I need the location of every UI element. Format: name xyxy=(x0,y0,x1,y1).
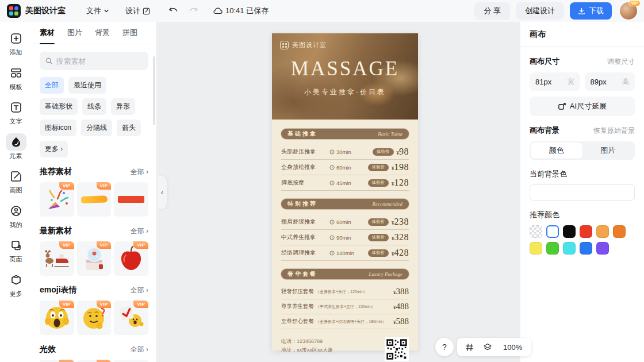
zoom-level[interactable]: 100% xyxy=(497,343,528,352)
swatch-light-orange[interactable] xyxy=(596,225,609,238)
service-name: 脚底按摩 xyxy=(281,179,329,187)
height-field[interactable]: 高 xyxy=(585,72,635,91)
price-row[interactable]: 尊享养生套餐 （中式养生推拿+足疗，150min） ¥488 xyxy=(281,299,409,314)
app-logo-icon[interactable] xyxy=(7,4,21,18)
download-button[interactable]: 下载 xyxy=(570,2,612,20)
share-button[interactable]: 分 享 xyxy=(474,2,510,20)
rail-item-text[interactable]: 文字 xyxy=(3,97,29,127)
see-all-recommended[interactable]: 全部 xyxy=(131,167,148,177)
chip-more[interactable]: 更多 xyxy=(40,141,68,157)
search-box[interactable] xyxy=(40,52,148,70)
rail-item-add[interactable]: 添加 xyxy=(3,28,29,58)
adjust-size-link[interactable]: 调整尺寸 xyxy=(607,57,635,67)
swatch-red[interactable] xyxy=(580,225,592,238)
see-all-light-effects[interactable]: 全部 xyxy=(131,345,148,355)
price-row[interactable]: 至尊舒心套餐 （全身推拿+经络调理+头疗，180min） ¥588 xyxy=(281,314,409,329)
ai-resize-button[interactable]: AI尺寸延展 xyxy=(530,97,635,116)
chip-irregular[interactable]: 异形 xyxy=(111,98,135,115)
seg-option-image[interactable]: 图片 xyxy=(582,143,634,159)
search-input[interactable] xyxy=(56,57,143,66)
rail-item-mine[interactable]: 我的 xyxy=(3,200,29,230)
swatch-green[interactable] xyxy=(546,242,559,255)
material-thumb-red-rect[interactable] xyxy=(114,182,148,217)
swatch-black[interactable] xyxy=(563,225,576,238)
price-row[interactable]: 中式养生推拿 90min 体验价¥328 xyxy=(281,230,409,245)
material-thumb-shocked-emoji[interactable]: VIP xyxy=(40,301,74,335)
restore-bg-link[interactable]: 恢复原始背景 xyxy=(593,126,635,136)
undo-button[interactable] xyxy=(166,3,181,18)
material-thumb-thinking-emoji[interactable]: VIP xyxy=(77,301,112,335)
price-row[interactable]: 头部舒压推拿 30min 体验价¥98 xyxy=(281,144,409,160)
swatch-purple[interactable] xyxy=(596,242,609,255)
see-all-emoji[interactable]: 全部 xyxy=(131,286,148,295)
current-bg-color-swatch[interactable] xyxy=(530,184,635,201)
redo-button[interactable] xyxy=(186,3,201,18)
grid-toggle-button[interactable] xyxy=(461,340,478,355)
recommended-colors-label: 推荐颜色 xyxy=(530,210,635,220)
see-all-latest[interactable]: 全部 xyxy=(131,226,148,236)
chip-basic-shapes[interactable]: 基础形状 xyxy=(40,98,78,115)
price: ¥328 xyxy=(392,232,409,242)
poster-contact[interactable]: 电话：123456789 地址：xx市xx区xx大厦 xyxy=(281,337,333,355)
create-design-button[interactable]: 创建设计 xyxy=(516,2,564,20)
price-row[interactable]: 脚底按摩 45min 体验价¥128 xyxy=(281,175,409,191)
panel-scrollbar[interactable] xyxy=(153,56,155,125)
material-thumb-star-flare[interactable]: VIP xyxy=(77,360,112,362)
material-thumb-confetti[interactable]: VIP xyxy=(40,182,74,217)
poster-section-luxury[interactable]: 奢华套餐 Luxury Package xyxy=(281,269,409,279)
swatch-transparent[interactable] xyxy=(530,225,542,238)
vip-badge: VIP xyxy=(59,241,74,249)
price-row[interactable]: 经络调理推拿 120min 体验价¥428 xyxy=(281,245,409,261)
swatch-yellow[interactable] xyxy=(530,242,542,255)
rail-item-more[interactable]: 更多 xyxy=(3,269,29,299)
chip-arrows[interactable]: 箭头 xyxy=(117,120,141,136)
rail-item-elements[interactable]: 元素 xyxy=(3,131,29,161)
material-thumb-bubble-ring[interactable]: VIP xyxy=(40,360,74,362)
tab-images[interactable]: 图片 xyxy=(67,28,82,39)
width-input[interactable] xyxy=(535,78,568,86)
poster-subtitle[interactable]: 小美专业推拿·价目表 xyxy=(272,87,418,97)
chip-icons[interactable]: 图标icon xyxy=(40,120,76,136)
chip-dividers[interactable]: 分隔线 xyxy=(81,120,112,136)
menu-design[interactable]: 设计 xyxy=(125,6,150,16)
poster-header-photo[interactable]: 美图设计室 MASSAGE 小美专业推拿·价目表 xyxy=(272,33,418,120)
rail-item-draw[interactable]: 画图 xyxy=(3,165,29,196)
swatch-orange[interactable] xyxy=(613,225,626,238)
price-row[interactable]: 轻奢舒压套餐 （全身推拿+头疗，120min） ¥388 xyxy=(281,284,409,299)
help-button[interactable]: ? xyxy=(435,338,454,356)
rail-item-pages[interactable]: 页面 xyxy=(3,234,29,265)
clock-icon xyxy=(329,219,335,225)
seg-option-color[interactable]: 颜色 xyxy=(531,143,582,159)
service-name: 全身放松推拿 xyxy=(281,163,329,171)
material-thumb-snowglobe-gift[interactable]: VIP xyxy=(77,241,112,276)
height-input[interactable] xyxy=(591,78,623,86)
material-thumb-reindeer-sleigh[interactable]: VIP xyxy=(40,241,74,276)
tab-materials[interactable]: 素材 xyxy=(40,28,55,39)
panel-collapse-handle[interactable]: ‹ xyxy=(158,176,167,209)
price-row[interactable]: 颈肩舒缓推拿 60min 体验价¥238 xyxy=(281,214,409,230)
user-avatar[interactable]: VIP xyxy=(620,2,637,20)
chip-lines[interactable]: 线条 xyxy=(82,98,106,115)
price-row[interactable]: 全身放松推拿 60min 体验价¥198 xyxy=(281,160,409,175)
poster-section-recommended[interactable]: 特别推荐 Recommended xyxy=(281,199,409,209)
material-thumb-marker-stroke[interactable]: VIP xyxy=(77,182,112,217)
swatch-white[interactable] xyxy=(546,225,559,238)
swatch-blue[interactable] xyxy=(580,242,592,255)
chip-recent[interactable]: 最近使用 xyxy=(68,77,106,94)
tab-backgrounds[interactable]: 背景 xyxy=(95,28,110,39)
poster-section-basic[interactable]: 基础推拿 Basic Tuina xyxy=(281,129,409,139)
tab-collage[interactable]: 拼图 xyxy=(122,28,137,39)
material-thumb-apple[interactable]: VIP xyxy=(114,241,148,276)
package-name: 轻奢舒压套餐 xyxy=(281,288,314,295)
material-thumb-check-emoji[interactable]: VIP xyxy=(114,301,148,335)
poster-title[interactable]: MASSAGE xyxy=(272,57,418,80)
width-field[interactable]: 宽 xyxy=(530,72,580,91)
material-thumb-yellow-glow[interactable] xyxy=(114,360,148,362)
design-canvas-poster[interactable]: 美图设计室 MASSAGE 小美专业推拿·价目表 基础推拿 Basic Tuin… xyxy=(272,33,418,351)
chip-all[interactable]: 全部 xyxy=(40,77,64,94)
menu-file[interactable]: 文件 xyxy=(86,6,109,16)
swatch-cyan[interactable] xyxy=(563,242,576,255)
layers-button[interactable] xyxy=(479,340,496,355)
rail-item-template[interactable]: 模板 xyxy=(3,62,29,93)
qr-code[interactable] xyxy=(385,337,409,361)
